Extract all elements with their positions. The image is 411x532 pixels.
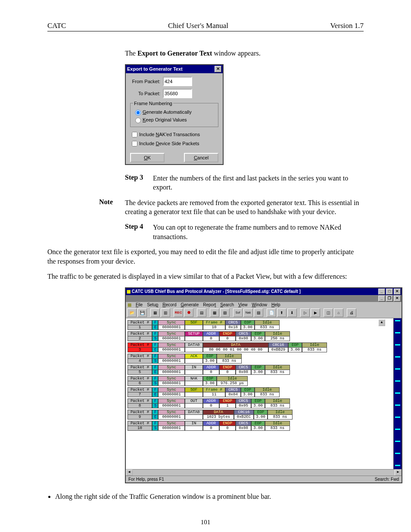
sync-cell: Sync00000001 [158,387,185,397]
sync-cell: Sync00000001 [158,421,185,431]
tool-icon-8[interactable]: ▷ [300,308,310,317]
menu-search[interactable]: Search [220,302,234,307]
tool-icon-6[interactable]: ▧ [254,308,263,317]
fm-cell: FE [152,387,158,397]
sof-icon[interactable]: Sof [233,308,243,317]
print-icon[interactable]: 🖨 [347,308,356,317]
packet-row[interactable]: Packet #1FESync00000001SOF0xA5Frame #10C… [128,320,392,330]
close-window-icon[interactable]: ✕ [394,289,401,295]
packet-id-cell: Packet #5 [128,365,152,375]
addr-cell: ADDR0 [203,398,219,408]
check-include-device-label: Include Device Side Packets [139,141,199,146]
stop-icon[interactable]: ⬣ [184,308,193,317]
packet-row[interactable]: Packet #8FSSync00000001OUT0x87ADDR0ENDP1… [128,398,392,408]
crc5-cell: CRC50x05 [236,398,251,408]
packet-row[interactable]: Packet #2FSSync00000001SETUP0xB4ADDR0END… [128,331,392,341]
packet-id-cell: Packet #8 [128,398,152,408]
eop-cell: EOP3.00 [254,410,268,420]
up-arrow-icon[interactable]: ⬆ [277,308,286,317]
child-close-icon[interactable]: ✕ [394,296,401,302]
fm-cell: FS [152,398,158,408]
fm-cell: FE [152,320,158,330]
step3-label: Step 3 [125,174,153,192]
minimize-icon[interactable]: _ [378,289,385,295]
down-arrow-icon[interactable]: ⬇ [287,308,297,317]
nak-icon[interactable]: Nak [243,308,253,317]
analyzer-toolbar: 📂 💾 ▦ ▥ REC ⬣ ▤ ▩ ▨ Sof Nak ▧ 📄 ⬆ ⬇ ▷ ▶ [126,308,402,318]
pid-cell: DATA00xC3 [185,410,203,420]
tool-icon-10[interactable]: ◫ [324,308,333,317]
fm-cell: FS [152,331,158,341]
to-packet-input[interactable] [163,89,192,98]
tool-icon-4[interactable]: ▩ [210,308,219,317]
sync-cell: Sync00000001 [158,342,185,352]
endp-cell: ENDP0 [219,421,236,431]
check-include-naked[interactable] [132,132,137,137]
idle-cell: Idle833 ns [302,342,327,352]
radio-generate-auto[interactable] [135,110,141,115]
menu-record[interactable]: Record [162,302,176,307]
pid-cell: IN0x96 [185,421,203,431]
packet-row[interactable]: Packet #4FSSync00000001ACK0x4BEOP3.00Idl… [128,354,392,364]
child-restore-icon[interactable]: ❐ [386,296,393,302]
fm-cell: FE [152,365,158,375]
eop-cell: EOP3.00 [203,376,217,386]
check-include-device[interactable] [132,141,137,146]
from-packet-input[interactable] [163,77,192,86]
idle-cell: Idle833 ns [268,410,293,420]
packet-id-cell: Packet #10 [128,421,152,431]
analyzer-statusbar: For Help, press F1 Search: Fwd [126,476,402,482]
endp-cell: ENDP1 [219,398,236,408]
tool-icon-9[interactable]: ▶ [311,308,320,317]
radio-generate-auto-label: Generate Automatically [143,109,192,115]
frame-cell: Frame #11 [203,387,225,397]
sync-cell: Sync00000001 [158,398,185,408]
open-icon[interactable]: 📂 [127,308,137,317]
tool-icon-5[interactable]: ▨ [220,308,230,317]
tool-icon-7[interactable]: 📄 [267,308,276,317]
menu-help[interactable]: Help [271,302,280,307]
menu-report[interactable]: Report [203,302,216,307]
menu-view[interactable]: View [238,302,248,307]
tool-icon-11[interactable]: ⌂ [334,308,343,317]
rec-icon[interactable]: REC [174,308,183,317]
packet-row[interactable]: Packet #10FSSync00000001IN0x96ADDR0ENDP0… [128,421,392,431]
scroll-left-icon[interactable]: ◄ [126,470,133,476]
header-right: Version 1.7 [330,22,364,30]
cancel-button[interactable]: Cancel [184,153,218,162]
fm-cell: FS [152,376,158,386]
packet-id-cell: Packet #3 [128,342,152,352]
menu-setup[interactable]: Setup [147,302,158,307]
maximize-icon[interactable]: □ [386,289,393,295]
ok-button[interactable]: OK [130,153,165,162]
scroll-right-icon[interactable]: ► [395,470,402,476]
status-right: Search: Fwd [375,477,399,482]
pid-cell: SOF0xA5 [185,320,203,330]
packet-row[interactable]: Packet #6FSSync00000001NAK0x5AEOP3.00Idl… [128,376,392,386]
tool-icon-3[interactable]: ▤ [197,308,206,317]
packet-row[interactable]: Packet #5FESync00000001IN0x96ADDR0ENDP0C… [128,365,392,375]
child-minimize-icon[interactable]: _ [378,296,385,302]
sync-cell: Sync00000001 [158,320,185,330]
save-icon[interactable]: 💾 [137,308,147,317]
radio-keep-original[interactable] [135,118,141,123]
menu-window[interactable]: Window [252,302,267,307]
crc5-cell: CRC50x08 [236,331,251,341]
scroll-up-icon[interactable]: ▲ [378,319,385,326]
close-icon[interactable]: ✕ [215,66,221,72]
eop-cell: EOP3.00 [241,320,255,330]
tool-icon-2[interactable]: ▥ [161,308,170,317]
menu-generate[interactable]: Generate [181,302,199,307]
analyzer-child-titlebar: _ ❐ ✕ [126,295,402,302]
eop-cell: EOP3.00 [241,387,255,397]
endp-cell: ENDP0 [219,365,236,375]
crc5-cell: CRC50x04 [225,387,241,397]
idle-cell: Idle833 ns [255,387,280,397]
packet-row[interactable]: Packet #9FESync00000001DATA00xC3DATA1023… [128,410,392,420]
menu-file[interactable]: File [136,302,143,307]
horizontal-scrollbar[interactable]: ◄ ► [126,469,402,476]
tool-icon-1[interactable]: ▦ [150,308,160,317]
packet-row[interactable]: Packet #7FESync00000001SOF0xA5Frame #11C… [128,387,392,397]
packet-list: ▲ Packet #1FESync00000001SOF0xA5Frame #1… [126,318,393,469]
packet-row[interactable]: Packet #3FESync00000001DATA00xC3DATA80 0… [128,342,392,352]
